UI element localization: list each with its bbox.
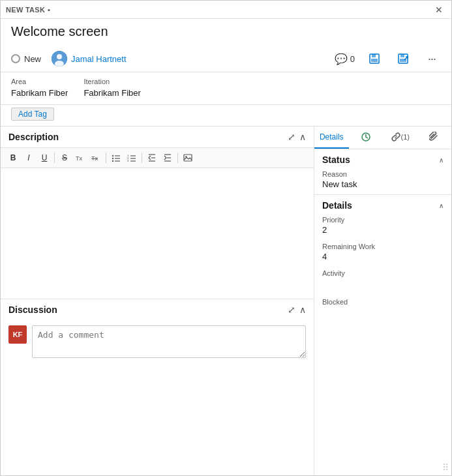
links-count: (1): [401, 133, 410, 141]
format1-icon: Tx: [76, 153, 85, 162]
close-button[interactable]: ✕: [432, 3, 446, 17]
state-label: New: [24, 54, 41, 64]
description-controls: ⤢ ∧: [288, 132, 306, 142]
underline-button[interactable]: U: [37, 151, 52, 165]
format2-icon: Tx: [91, 153, 100, 162]
tab-details[interactable]: Details: [314, 126, 349, 149]
svg-text:Tx: Tx: [91, 155, 98, 162]
area-value[interactable]: Fabrikam Fiber: [11, 87, 68, 99]
avatar: [52, 51, 67, 67]
strikethrough-button[interactable]: S: [57, 151, 72, 165]
toolbar-sep1: [54, 153, 55, 163]
save-icon: [369, 53, 380, 65]
reason-value[interactable]: New task: [322, 179, 444, 189]
comment-icon: 💬: [335, 53, 348, 65]
reason-field: Reason New task: [314, 168, 451, 194]
status-section-header[interactable]: Status ∧: [314, 149, 451, 168]
details-chevron-icon: ∧: [439, 202, 444, 209]
meta-bar: New Jamal Hartnett 💬 0 ···: [1, 46, 451, 72]
tab-attachment[interactable]: [417, 126, 452, 149]
priority-field: Priority 2: [314, 213, 451, 240]
tab-links[interactable]: (1): [383, 126, 417, 149]
reason-label: Reason: [322, 170, 444, 178]
unordered-list-button[interactable]: [109, 151, 123, 165]
image-icon: [183, 153, 192, 162]
italic-button[interactable]: I: [22, 151, 36, 165]
area-field: Area Fabrikam Fiber: [11, 78, 68, 99]
svg-rect-5: [371, 59, 378, 62]
svg-text:Tx: Tx: [76, 155, 82, 162]
toolbar-sep3: [142, 153, 142, 163]
priority-value[interactable]: 2: [322, 225, 444, 235]
remaining-work-field: Remaining Work 4: [314, 240, 451, 267]
main-content: Description ⤢ ∧ B I U S Tx T: [1, 126, 451, 475]
remaining-work-value[interactable]: 4: [322, 252, 444, 261]
image-button[interactable]: [181, 151, 195, 165]
activity-field: Activity: [314, 267, 451, 295]
expand-icon[interactable]: ⤢: [288, 132, 295, 142]
svg-point-1: [57, 54, 62, 59]
description-editor[interactable]: [1, 168, 314, 299]
title-bar-left: NEW TASK ▪: [6, 6, 50, 14]
description-title: Description: [8, 132, 59, 142]
state-indicator[interactable]: New: [11, 54, 41, 64]
discussion-collapse-icon[interactable]: ∧: [299, 305, 306, 315]
svg-rect-7: [400, 54, 404, 57]
discussion-section-header[interactable]: Discussion ⤢ ∧: [1, 299, 314, 320]
more-options-button[interactable]: ···: [423, 50, 441, 68]
format-button-2[interactable]: Tx: [89, 151, 103, 165]
save-close-icon: [397, 53, 409, 65]
comment-badge[interactable]: 💬 0: [335, 53, 355, 65]
attachment-icon: [429, 132, 440, 142]
status-chevron-icon: ∧: [439, 156, 444, 164]
work-item-title: Welcome screen: [1, 19, 451, 46]
links-icon: [391, 132, 401, 142]
outdent-button[interactable]: [145, 151, 159, 165]
unordered-list-icon: [112, 153, 121, 162]
title-bar-label: NEW TASK: [6, 6, 45, 14]
ordered-list-button[interactable]: 1.2.3.: [125, 151, 139, 165]
activity-label: Activity: [322, 269, 444, 277]
format-button-1[interactable]: Tx: [73, 151, 87, 165]
save-button[interactable]: [365, 50, 384, 68]
svg-text:3.: 3.: [127, 159, 129, 162]
resize-handle[interactable]: ⠿: [442, 462, 449, 473]
discussion-expand-icon[interactable]: ⤢: [288, 305, 295, 315]
discussion-title: Discussion: [8, 305, 57, 315]
iteration-value[interactable]: Fabrikam Fiber: [83, 87, 140, 99]
iteration-label: Iteration: [83, 78, 140, 85]
svg-rect-30: [184, 155, 192, 161]
fields-bar: Area Fabrikam Fiber Iteration Fabrikam F…: [1, 72, 451, 105]
svg-point-16: [112, 160, 113, 162]
outdent-icon: [147, 153, 157, 162]
blocked-field: Blocked: [314, 295, 451, 324]
remaining-work-label: Remaining Work: [322, 243, 444, 250]
blocked-value[interactable]: [322, 307, 444, 319]
save-close-button[interactable]: [394, 50, 412, 68]
left-panel: Description ⤢ ∧ B I U S Tx T: [1, 126, 314, 475]
description-section-header[interactable]: Description ⤢ ∧: [1, 126, 314, 147]
priority-label: Priority: [322, 216, 444, 224]
toolbar-sep2: [106, 153, 106, 163]
svg-point-14: [112, 158, 113, 159]
work-item-window: NEW TASK ▪ ✕ Welcome screen New Jamal Ha…: [0, 0, 452, 476]
work-icon: [361, 132, 371, 142]
activity-value[interactable]: [322, 278, 444, 290]
indent-button[interactable]: [160, 151, 175, 165]
tab-work[interactable]: [349, 126, 384, 149]
commenter-avatar: KF: [8, 325, 27, 344]
details-right-title: Details: [322, 200, 352, 211]
discussion-controls: ⤢ ∧: [288, 305, 306, 315]
collapse-icon[interactable]: ∧: [299, 132, 306, 142]
description-section: Description ⤢ ∧ B I U S Tx T: [1, 126, 314, 299]
tab-details-label: Details: [320, 132, 344, 141]
assignee[interactable]: Jamal Hartnett: [52, 51, 127, 67]
comment-input[interactable]: [32, 325, 306, 358]
bold-button[interactable]: B: [6, 151, 20, 165]
details-right-section: Details ∧ Priority 2 Remaining Work 4 Ac…: [314, 194, 451, 324]
tags-bar: Add Tag: [1, 105, 451, 126]
title-bar-modified-dot: ▪: [48, 6, 50, 14]
details-right-section-header[interactable]: Details ∧: [314, 195, 451, 213]
assignee-name[interactable]: Jamal Hartnett: [71, 54, 127, 64]
add-tag-button[interactable]: Add Tag: [11, 108, 54, 121]
